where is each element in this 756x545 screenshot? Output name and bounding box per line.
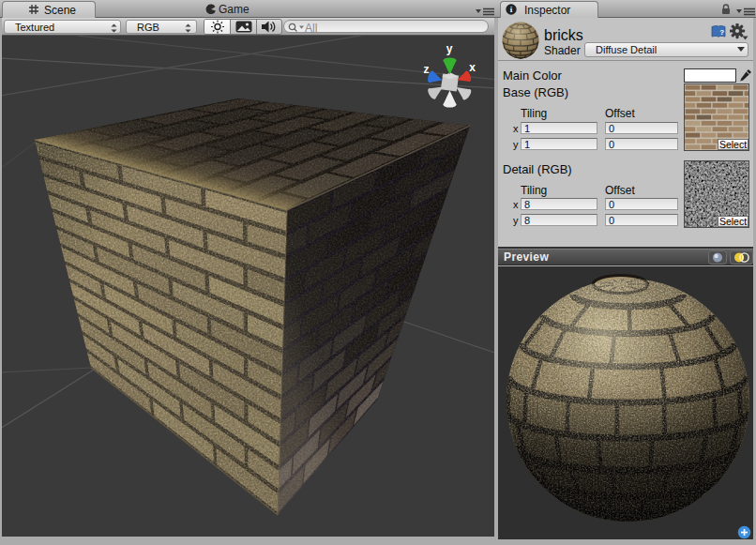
svg-text:y: y <box>446 42 453 55</box>
svg-text:x: x <box>469 61 476 74</box>
svg-text:?: ? <box>719 28 724 37</box>
svg-text:z: z <box>424 63 430 76</box>
